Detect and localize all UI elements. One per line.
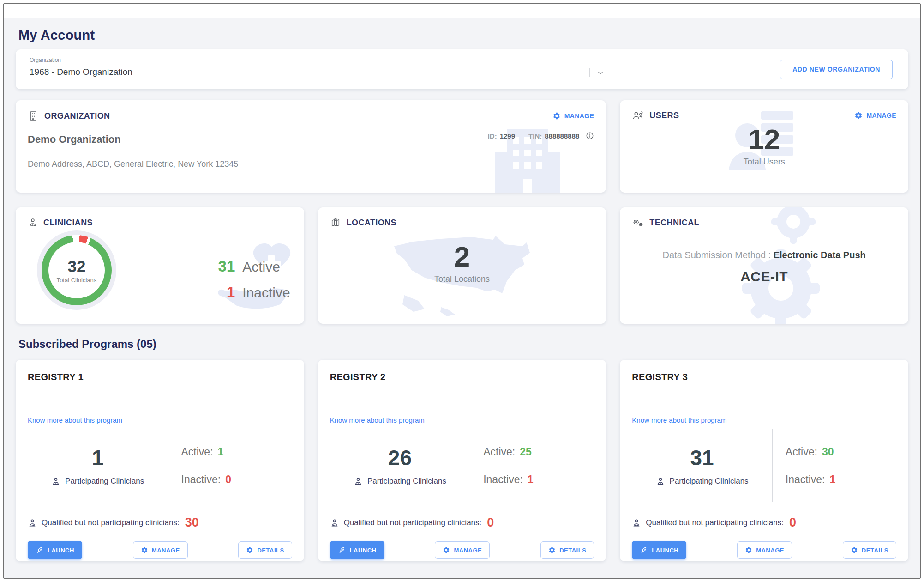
clinicians-card: CLINICIANS 32 Total Clinici xyxy=(16,207,304,324)
gear-icon xyxy=(552,112,561,120)
know-more-link[interactable]: Know more about this program xyxy=(632,416,726,424)
gear-icon xyxy=(851,546,858,554)
organization-manage-label: MANAGE xyxy=(564,112,594,120)
participating-clinicians-value: 31 xyxy=(690,445,714,470)
manage-button[interactable]: MANAGE xyxy=(133,541,188,559)
gear-icon xyxy=(745,546,752,554)
person-icon xyxy=(354,477,363,486)
page-title: My Account xyxy=(16,24,908,49)
know-more-link[interactable]: Know more about this program xyxy=(330,416,425,424)
clinicians-card-title: CLINICIANS xyxy=(43,218,93,228)
active-value: 25 xyxy=(520,446,532,458)
manage-button-label: MANAGE xyxy=(454,547,482,554)
person-icon xyxy=(51,477,60,486)
gears-icon xyxy=(632,218,644,228)
clinicians-active-label: Active xyxy=(242,259,290,275)
rocket-icon xyxy=(36,546,44,554)
total-clinicians-label: Total Clinicians xyxy=(57,277,97,284)
technical-card-title: TECHNICAL xyxy=(649,218,699,228)
clinicians-inactive-label: Inactive xyxy=(242,285,290,301)
rocket-icon xyxy=(640,546,648,554)
participating-clinicians-label: Participating Clinicians xyxy=(367,477,446,486)
details-button-label: DETAILS xyxy=(257,547,284,554)
details-button[interactable]: DETAILS xyxy=(843,541,896,559)
total-users-value: 12 xyxy=(620,124,908,154)
registry-name: REGISTRY 2 xyxy=(330,360,594,406)
users-icon xyxy=(632,110,644,121)
inactive-value: 1 xyxy=(528,473,534,486)
organization-select-label: Organization xyxy=(30,57,606,63)
locations-card: LOCATIONS 2 Total Locations xyxy=(318,207,606,324)
person-icon xyxy=(28,518,37,527)
total-users-label: Total Users xyxy=(620,157,908,167)
app-window: My Account Organization 1968 - Demo Orga… xyxy=(3,3,921,579)
data-submission-method-label: Data Submission Method : xyxy=(663,250,774,260)
rocket-icon xyxy=(338,546,346,554)
participating-clinicians-label: Participating Clinicians xyxy=(65,477,144,486)
qualified-label: Qualified but not participating clinicia… xyxy=(646,518,784,527)
active-value: 1 xyxy=(218,446,224,458)
launch-button-label: LAUNCH xyxy=(350,547,377,554)
total-locations-value: 2 xyxy=(318,242,606,272)
organization-card: ORGANIZATION MANAGE ID:1299 TIN:88888888… xyxy=(16,100,606,193)
clinicians-inactive-value: 1 xyxy=(218,284,235,301)
organization-select-value: 1968 - Demo Organization xyxy=(30,67,589,77)
gear-icon xyxy=(854,111,863,120)
add-new-organization-button[interactable]: ADD NEW ORGANIZATION xyxy=(780,60,893,79)
locations-card-title: LOCATIONS xyxy=(347,218,396,228)
gear-icon xyxy=(548,546,556,554)
registry-card: REGISTRY 1 Know more about this program … xyxy=(16,360,304,561)
clinicians-donut-chart: 32 Total Clinicians xyxy=(42,235,112,305)
organization-card-title: ORGANIZATION xyxy=(44,111,110,121)
users-manage-label: MANAGE xyxy=(866,112,896,119)
subscribed-programs-heading: Subscribed Programs (05) xyxy=(18,338,906,351)
gear-icon xyxy=(141,546,148,554)
organization-name: Demo Organization xyxy=(16,121,606,146)
data-submission-method: Data Submission Method : Electronic Data… xyxy=(620,250,908,261)
organization-manage-link[interactable]: MANAGE xyxy=(552,112,594,120)
know-more-link[interactable]: Know more about this program xyxy=(28,416,122,424)
active-label: Active: xyxy=(181,446,213,458)
details-button[interactable]: DETAILS xyxy=(238,541,292,559)
organization-address: Demo Address, ABCD, General Electric, Ne… xyxy=(16,146,606,169)
launch-button-label: LAUNCH xyxy=(48,547,74,554)
qualified-label: Qualified but not participating clinicia… xyxy=(42,518,180,527)
person-icon xyxy=(330,518,339,527)
qualified-label: Qualified but not participating clinicia… xyxy=(344,518,482,527)
technical-card: TECHNICAL xyxy=(620,207,908,324)
chevron-down-icon[interactable] xyxy=(589,68,606,77)
registry-name: REGISTRY 1 xyxy=(28,360,292,406)
clinicians-active-value: 31 xyxy=(218,258,235,275)
users-card: USERS MANAGE 12 xyxy=(620,100,908,193)
top-strip xyxy=(4,4,920,18)
inactive-label: Inactive: xyxy=(483,473,523,486)
gear-icon xyxy=(246,546,253,554)
total-locations-label: Total Locations xyxy=(318,274,606,284)
manage-button[interactable]: MANAGE xyxy=(435,541,490,559)
launch-button-label: LAUNCH xyxy=(652,547,678,554)
organization-selector-panel: Organization 1968 - Demo Organization AD… xyxy=(16,49,908,89)
active-label: Active: xyxy=(483,446,515,458)
users-manage-link[interactable]: MANAGE xyxy=(854,111,896,120)
qualified-value: 0 xyxy=(789,515,796,530)
registry-card: REGISTRY 3 Know more about this program … xyxy=(620,360,908,561)
registry-card: REGISTRY 2 Know more about this program … xyxy=(318,360,606,561)
top-strip-divider xyxy=(591,4,591,18)
manage-button[interactable]: MANAGE xyxy=(737,541,792,559)
inactive-label: Inactive: xyxy=(786,473,825,486)
launch-button[interactable]: LAUNCH xyxy=(632,541,686,559)
main-content: My Account Organization 1968 - Demo Orga… xyxy=(4,18,920,578)
qualified-value: 30 xyxy=(185,515,199,530)
launch-button[interactable]: LAUNCH xyxy=(330,541,384,559)
inactive-value: 0 xyxy=(225,473,231,486)
launch-button[interactable]: LAUNCH xyxy=(28,541,82,559)
manage-button-label: MANAGE xyxy=(756,547,784,554)
users-card-title: USERS xyxy=(649,111,679,121)
organization-select[interactable]: Organization 1968 - Demo Organization xyxy=(30,57,606,82)
details-button-label: DETAILS xyxy=(559,547,586,554)
person-icon xyxy=(656,477,665,486)
divider xyxy=(632,506,896,506)
inactive-label: Inactive: xyxy=(181,473,221,486)
person-icon xyxy=(632,518,641,527)
details-button[interactable]: DETAILS xyxy=(540,541,594,559)
